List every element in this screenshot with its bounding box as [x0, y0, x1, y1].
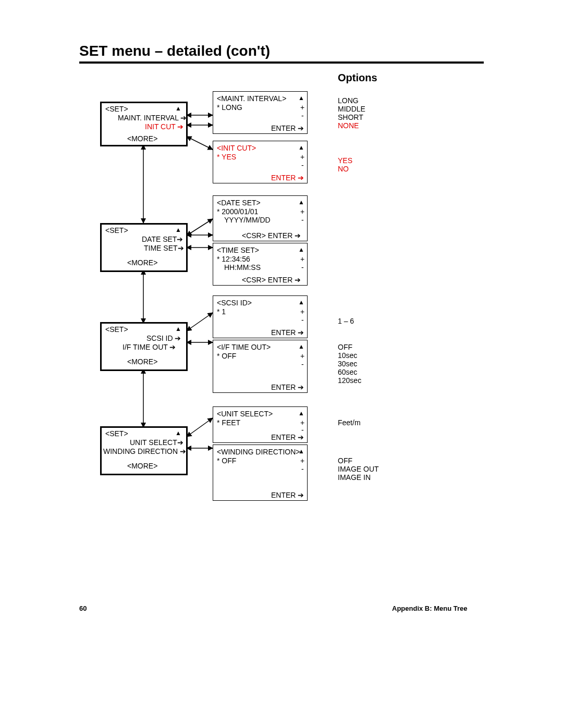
up-icon: ▲ — [298, 299, 304, 306]
init-head: <INIT CUT> — [217, 144, 256, 152]
minus-icon: - — [301, 112, 304, 120]
opt-wind-0: OFF — [338, 456, 352, 465]
minus-icon: - — [301, 216, 304, 224]
set-c-header: <SET> — [105, 325, 128, 334]
plus-icon: + — [300, 103, 304, 112]
opt-maint-0: LONG — [338, 96, 359, 105]
page: SET menu – detailed (con't) Options <SET… — [0, 0, 563, 728]
set-d-header: <SET> — [105, 429, 128, 438]
plus-icon: + — [300, 456, 304, 465]
up-icon: ▲ — [298, 199, 304, 206]
maint-enter: ENTER ➔ — [271, 124, 304, 132]
svg-line-4 — [187, 219, 213, 236]
opt-ifto-4: 120sec — [338, 376, 361, 385]
init-val: * YES — [217, 153, 236, 161]
minus-icon: - — [301, 161, 304, 169]
opt-ifto-1: 10sec — [338, 351, 357, 360]
title-rule — [79, 61, 484, 64]
options-heading: Options — [338, 72, 377, 84]
footer-page-number: 60 — [79, 604, 87, 612]
up-icon: ▲ — [175, 105, 181, 112]
minus-icon: - — [301, 360, 304, 368]
set-a-more: <MORE> — [127, 134, 157, 143]
set-b-header: <SET> — [105, 226, 128, 235]
time-fmt: HH:MM:SS — [224, 263, 261, 272]
set-c-line2: I/F TIME OUT ➔ — [123, 343, 176, 351]
set-d-line1: UNIT SELECT➔ — [130, 438, 183, 447]
up-icon: ▲ — [175, 226, 181, 233]
ifto-val: * OFF — [217, 352, 236, 360]
svg-line-8 — [187, 313, 213, 331]
opt-ifto-2: 30sec — [338, 360, 357, 368]
up-icon: ▲ — [298, 410, 304, 417]
minus-icon: - — [301, 316, 304, 324]
wind-head: <WINDING DIRECTION> — [217, 448, 300, 456]
plus-icon: + — [300, 207, 304, 216]
set-a-line2: INIT CUT ➔ — [145, 122, 184, 131]
ifto-head: <I/F TIME OUT> — [217, 343, 271, 351]
scsi-enter: ENTER ➔ — [271, 328, 304, 337]
maint-head: <MAINT. INTERVAL> — [217, 94, 286, 103]
date-enter: <CSR> ENTER ➔ — [242, 231, 301, 240]
up-icon: ▲ — [298, 144, 304, 151]
plus-icon: + — [300, 255, 304, 263]
opt-ifto-3: 60sec — [338, 368, 357, 376]
set-c-more: <MORE> — [127, 357, 157, 366]
set-b-line2: TIME SET➔ — [144, 244, 184, 252]
unit-enter: ENTER ➔ — [271, 433, 304, 441]
set-d-line2: WINDING DIRECTION ➔ — [103, 447, 186, 455]
minus-icon: - — [301, 263, 304, 272]
wind-val: * OFF — [217, 456, 236, 465]
date-val: * 2000/01/01 — [217, 207, 258, 216]
up-icon: ▲ — [298, 448, 304, 455]
plus-icon: + — [300, 153, 304, 161]
set-c-line1: SCSI ID ➔ — [146, 334, 181, 342]
date-fmt: YYYY/MM/DD — [224, 216, 271, 224]
time-val: * 12:34:56 — [217, 255, 250, 263]
wind-enter: ENTER ➔ — [271, 491, 304, 499]
svg-line-11 — [187, 418, 213, 437]
scsi-val: * 1 — [217, 307, 226, 316]
opt-maint-1: MIDDLE — [338, 105, 365, 113]
svg-line-2 — [187, 137, 213, 150]
time-enter: <CSR> ENTER ➔ — [242, 276, 301, 284]
up-icon: ▲ — [298, 343, 304, 350]
set-a-header: <SET> — [105, 105, 128, 113]
footer-section: Appendix B: Menu Tree — [392, 604, 467, 612]
maint-val: * LONG — [217, 103, 242, 112]
up-icon: ▲ — [175, 325, 181, 332]
unit-head: <UNIT SELECT> — [217, 410, 273, 418]
up-icon: ▲ — [298, 246, 304, 253]
unit-val: * FEET — [217, 418, 240, 427]
opt-maint-3: NONE — [338, 121, 359, 130]
set-d-more: <MORE> — [127, 462, 157, 470]
set-a-line1: MAINT. INTERVAL ➔ — [118, 114, 187, 122]
plus-icon: + — [300, 307, 304, 316]
scsi-head: <SCSI ID> — [217, 299, 252, 307]
up-icon: ▲ — [298, 94, 304, 102]
init-enter: ENTER ➔ — [271, 174, 304, 182]
minus-icon: - — [301, 465, 304, 473]
ifto-enter: ENTER ➔ — [271, 383, 304, 391]
opt-wind-1: IMAGE OUT — [338, 465, 379, 473]
opt-unit: Feet/m — [338, 418, 361, 427]
up-icon: ▲ — [175, 429, 181, 437]
date-head: <DATE SET> — [217, 199, 261, 207]
opt-wind-2: IMAGE IN — [338, 473, 371, 482]
opt-init-0: YES — [338, 156, 352, 165]
page-title: SET menu – detailed (con't) — [79, 43, 270, 59]
opt-ifto-0: OFF — [338, 343, 352, 351]
time-head: <TIME SET> — [217, 246, 259, 254]
set-b-line1: DATE SET➔ — [142, 235, 183, 243]
opt-init-1: NO — [338, 165, 349, 173]
opt-scsi: 1 – 6 — [338, 317, 354, 325]
set-b-more: <MORE> — [127, 258, 157, 267]
opt-maint-2: SHORT — [338, 113, 363, 121]
plus-icon: + — [300, 352, 304, 360]
